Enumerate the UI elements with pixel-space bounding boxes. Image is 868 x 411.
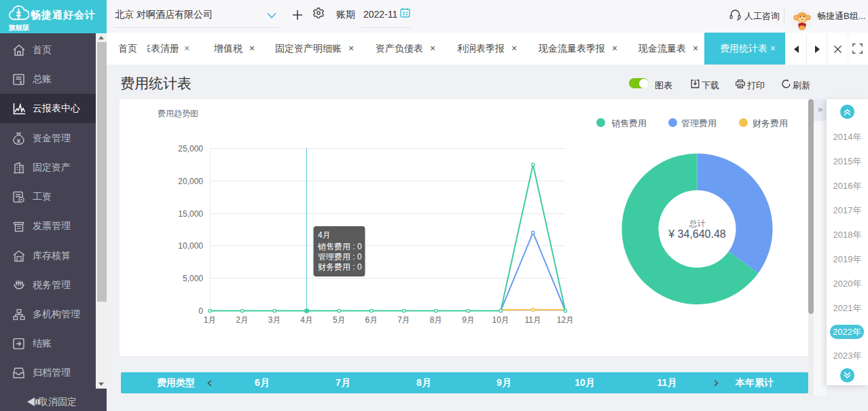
svg-text:4月: 4月 [318,230,331,240]
svg-text:9月: 9月 [462,315,475,325]
svg-text:7月: 7月 [397,315,410,325]
svg-text:2月: 2月 [236,315,249,325]
svg-text:3月: 3月 [268,315,281,325]
svg-text:8月: 8月 [430,315,443,325]
svg-text:20,000: 20,000 [178,177,203,186]
svg-text:10,000: 10,000 [178,241,203,251]
svg-text:总计: 总计 [689,219,706,228]
svg-text:10月: 10月 [492,315,509,325]
svg-text:财务费用 : 0: 财务费用 : 0 [318,262,362,272]
svg-text:4月: 4月 [300,315,313,325]
svg-text:1月: 1月 [204,315,217,325]
svg-text:25,000: 25,000 [178,144,203,154]
svg-text:15,000: 15,000 [178,209,203,219]
svg-text:11月: 11月 [525,315,541,325]
svg-text:0: 0 [198,306,203,316]
svg-text:6月: 6月 [365,315,378,325]
svg-text:12月: 12月 [557,315,574,325]
svg-text:管理费用 : 0: 管理费用 : 0 [318,252,362,262]
svg-text:¥ 34,640.48: ¥ 34,640.48 [668,228,726,240]
svg-text:销售费用 : 0: 销售费用 : 0 [317,242,362,251]
svg-text:5月: 5月 [333,315,346,325]
svg-text:5,000: 5,000 [183,274,203,283]
